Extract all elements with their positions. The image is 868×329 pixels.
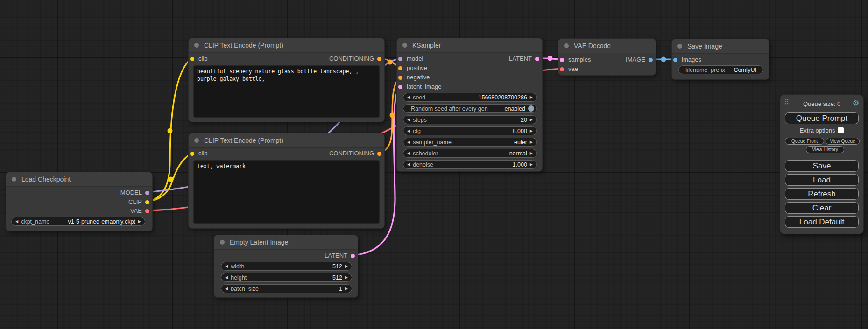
images-input-port[interactable] xyxy=(673,58,677,62)
positive-input-port[interactable] xyxy=(398,66,402,70)
steps-widget[interactable]: ◀ steps 20 ▶ xyxy=(403,115,537,124)
collapse-dot-icon[interactable] xyxy=(677,44,682,49)
model-input-port[interactable] xyxy=(398,57,402,61)
node-clip-text-encode-negative[interactable]: CLIP Text Encode (Prompt) clip CONDITION… xyxy=(188,133,385,229)
width-widget[interactable]: ◀ width 512 ▶ xyxy=(221,262,352,271)
clip-input-port[interactable] xyxy=(190,57,194,61)
input-label-vae: vae xyxy=(568,65,578,72)
height-widget[interactable]: ◀ height 512 ▶ xyxy=(221,273,352,282)
decrement-arrow-icon[interactable]: ◀ xyxy=(407,129,410,133)
widget-label: sampler_name xyxy=(413,139,452,146)
refresh-button[interactable]: Refresh xyxy=(785,188,859,200)
decrement-arrow-icon[interactable]: ◀ xyxy=(407,152,410,155)
sampler-name-widget[interactable]: ◀ sampler_name euler ▶ xyxy=(403,138,537,147)
samples-input-port[interactable] xyxy=(560,58,564,62)
widget-label: ckpt_name xyxy=(21,218,49,225)
load-default-button[interactable]: Load Default xyxy=(785,216,859,228)
decrement-arrow-icon[interactable]: ◀ xyxy=(407,140,410,144)
node-header[interactable]: KSampler xyxy=(397,38,542,53)
clip-output-port[interactable] xyxy=(145,200,149,204)
node-clip-text-encode-positive[interactable]: CLIP Text Encode (Prompt) clip CONDITION… xyxy=(188,38,385,122)
increment-arrow-icon[interactable]: ▶ xyxy=(530,140,533,144)
increment-arrow-icon[interactable]: ▶ xyxy=(530,118,533,122)
scheduler-widget[interactable]: ◀ scheduler normal ▶ xyxy=(403,149,537,158)
input-label-negative: negative xyxy=(407,74,430,81)
increment-arrow-icon[interactable]: ▶ xyxy=(530,96,533,99)
decrement-arrow-icon[interactable]: ◀ xyxy=(225,265,228,268)
node-header[interactable]: Save Image xyxy=(672,39,769,54)
queue-front-button[interactable]: Queue Front xyxy=(785,138,824,145)
node-header[interactable]: VAE Decode xyxy=(558,39,656,53)
widget-label: filename_prefix xyxy=(685,67,725,73)
denoise-widget[interactable]: ◀ denoise 1.000 ▶ xyxy=(403,160,537,169)
increment-arrow-icon[interactable]: ▶ xyxy=(138,220,141,224)
latent-output-port[interactable] xyxy=(535,57,539,61)
cfg-widget[interactable]: ◀ cfg 8.000 ▶ xyxy=(403,126,537,135)
vae-input-port[interactable] xyxy=(560,67,564,71)
increment-arrow-icon[interactable]: ▶ xyxy=(345,287,348,291)
node-header[interactable]: CLIP Text Encode (Prompt) xyxy=(189,133,384,148)
increment-arrow-icon[interactable]: ▶ xyxy=(345,276,348,280)
model-output-port[interactable] xyxy=(145,191,149,195)
decrement-arrow-icon[interactable]: ◀ xyxy=(407,96,410,99)
decrement-arrow-icon[interactable]: ◀ xyxy=(407,118,410,122)
widget-label: seed xyxy=(413,94,425,101)
filename-prefix-widget[interactable]: filename_prefix ComfyUI xyxy=(678,65,763,74)
increment-arrow-icon[interactable]: ▶ xyxy=(530,163,533,167)
decrement-arrow-icon[interactable]: ◀ xyxy=(15,220,18,224)
load-button[interactable]: Load xyxy=(785,174,859,186)
positive-prompt-textarea[interactable]: beautiful scenery nature glass bottle la… xyxy=(193,65,380,118)
node-empty-latent-image[interactable]: Empty Latent Image LATENT ◀ width 512 ▶ … xyxy=(214,235,358,298)
node-ksampler[interactable]: KSampler model LATENT positive negative … xyxy=(396,38,543,172)
negative-prompt-textarea[interactable]: text, watermark xyxy=(193,160,380,224)
increment-arrow-icon[interactable]: ▶ xyxy=(530,152,533,155)
node-vae-decode[interactable]: VAE Decode samples IMAGE vae xyxy=(558,38,656,76)
extra-options-checkbox[interactable] xyxy=(838,127,844,133)
view-queue-button[interactable]: View Queue xyxy=(826,138,860,145)
widget-label: height xyxy=(231,274,247,281)
seed-widget[interactable]: ◀ seed 156680208700286 ▶ xyxy=(403,93,537,102)
conditioning-output-port[interactable] xyxy=(377,57,381,61)
collapse-dot-icon[interactable] xyxy=(402,43,407,48)
collapse-dot-icon[interactable] xyxy=(220,240,225,245)
clear-button[interactable]: Clear xyxy=(785,202,859,214)
collapse-dot-icon[interactable] xyxy=(194,43,199,48)
settings-gear-icon[interactable]: ⚙ xyxy=(853,98,859,107)
view-history-button[interactable]: View History xyxy=(806,146,844,153)
node-save-image[interactable]: Save Image images filename_prefix ComfyU… xyxy=(671,39,769,80)
node-title: Empty Latent Image xyxy=(230,238,288,246)
image-output-port[interactable] xyxy=(649,58,653,62)
increment-arrow-icon[interactable]: ▶ xyxy=(530,129,533,133)
collapse-dot-icon[interactable] xyxy=(194,138,199,143)
vae-output-port[interactable] xyxy=(145,209,149,213)
widget-value: enabled xyxy=(505,105,526,112)
decrement-arrow-icon[interactable]: ◀ xyxy=(225,276,228,280)
ckpt-name-widget[interactable]: ◀ ckpt_name v1-5-pruned-emaonly.ckpt ▶ xyxy=(11,217,145,226)
negative-input-port[interactable] xyxy=(398,76,402,80)
decrement-arrow-icon[interactable]: ◀ xyxy=(225,287,228,291)
node-header[interactable]: Load Checkpoint xyxy=(6,172,152,187)
clip-input-port[interactable] xyxy=(190,152,194,156)
toggle-dot-icon[interactable] xyxy=(528,105,534,112)
collapse-dot-icon[interactable] xyxy=(12,177,16,182)
queue-prompt-button[interactable]: Queue Prompt xyxy=(785,112,859,124)
node-title: CLIP Text Encode (Prompt) xyxy=(204,137,283,144)
port-row: clip CONDITIONING xyxy=(189,149,384,158)
decrement-arrow-icon[interactable]: ◀ xyxy=(407,163,410,167)
collapse-dot-icon[interactable] xyxy=(564,43,569,48)
node-graph-canvas[interactable]: Load Checkpoint MODEL CLIP VAE ◀ ckpt_na… xyxy=(0,0,868,329)
conditioning-output-port[interactable] xyxy=(377,152,381,156)
random-seed-toggle-widget[interactable]: Random seed after every gen enabled xyxy=(403,104,537,113)
node-load-checkpoint[interactable]: Load Checkpoint MODEL CLIP VAE ◀ ckpt_na… xyxy=(6,172,153,231)
save-button[interactable]: Save xyxy=(785,160,859,172)
input-label-clip: clip xyxy=(198,150,208,157)
node-title: Save Image xyxy=(687,42,722,50)
latent-output-port[interactable] xyxy=(351,254,355,258)
widget-label: cfg xyxy=(413,128,421,134)
latent-image-input-port[interactable] xyxy=(398,85,402,89)
batch-size-widget[interactable]: ◀ batch_size 1 ▶ xyxy=(221,284,352,293)
increment-arrow-icon[interactable]: ▶ xyxy=(345,265,348,268)
link-dot-image xyxy=(661,57,666,62)
node-header[interactable]: Empty Latent Image xyxy=(214,235,358,250)
node-header[interactable]: CLIP Text Encode (Prompt) xyxy=(189,38,384,53)
